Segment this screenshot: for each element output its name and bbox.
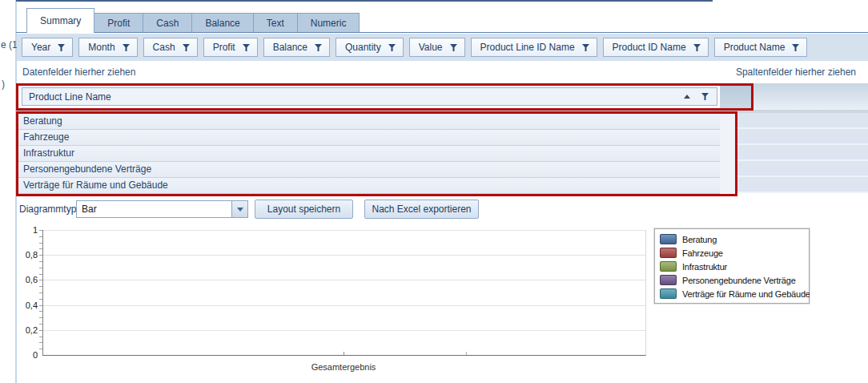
chart-type-select[interactable]: Bar [76, 200, 248, 218]
filter-icon [792, 44, 799, 51]
y-tick-label: 0,6 [6, 275, 38, 284]
data-cell-row [737, 161, 868, 177]
chart-plot-area [42, 230, 646, 356]
pivot-row-infrastruktur[interactable]: Infrastruktur [18, 146, 720, 162]
filter-icon[interactable] [701, 93, 709, 100]
filter-icon [58, 44, 65, 51]
legend-item: Personengebundene Verträge [660, 273, 805, 287]
filter-field-quantity[interactable]: Quantity [336, 38, 404, 57]
filter-field-label: Cash [153, 42, 175, 53]
filter-field-label: Quantity [345, 42, 381, 53]
filter-icon [315, 44, 322, 51]
y-tick-label: 0,8 [6, 250, 38, 260]
filter-field-profit[interactable]: Profit [203, 38, 258, 57]
drop-zone-row: Datenfelder hierher ziehen Spaltenfelder… [17, 61, 868, 83]
tab-cash[interactable]: Cash [143, 13, 192, 33]
pivot-row-beratung[interactable]: Beratung [18, 114, 720, 130]
legend-swatch-personengebundene-vertraege [660, 275, 677, 285]
filter-field-balance[interactable]: Balance [263, 38, 330, 57]
gridline [43, 280, 645, 280]
filter-fields-area: Year Month Cash Profit Balance Quantity … [17, 34, 868, 61]
filter-field-label: Profit [213, 42, 235, 53]
export-excel-button[interactable]: Nach Excel exportieren [364, 200, 479, 219]
y-tick-label: 0,4 [6, 300, 38, 310]
gridline [43, 230, 645, 231]
column-header-band [753, 83, 868, 110]
data-cells-area [737, 113, 868, 193]
dropdown-button[interactable] [231, 201, 247, 217]
chevron-down-icon [237, 208, 243, 212]
tab-profit[interactable]: Profit [94, 13, 143, 33]
filter-icon [388, 44, 396, 51]
filter-field-product-line-id-name[interactable]: Product Line ID Name [471, 38, 597, 57]
filter-field-label: Month [88, 42, 115, 53]
pivot-chart-screen: e (1 ) Summary Profit Cash Balance Text … [0, 0, 868, 383]
y-tick-label: 0,2 [6, 325, 38, 335]
x-axis-category-label: Gesamtergebnis [263, 362, 424, 372]
pivot-row-vertraege-raeume-gebaeude[interactable]: Verträge für Räume und Gebäude [18, 178, 720, 194]
tab-summary[interactable]: Summary [26, 8, 94, 33]
data-cell-row [737, 129, 868, 145]
x-axis-tick [344, 352, 344, 355]
sort-ascending-icon[interactable] [684, 95, 690, 99]
legend-swatch-beratung [660, 234, 677, 244]
legend-item: Beratung [660, 232, 805, 246]
data-cell-row [737, 145, 868, 161]
legend-item: Infrastruktur [660, 260, 805, 273]
filter-field-value[interactable]: Value [409, 38, 465, 57]
legend-item: Verträge für Räume und Gebäude [660, 287, 805, 300]
filter-field-label: Balance [273, 42, 307, 53]
filter-field-year[interactable]: Year [22, 38, 73, 57]
filter-icon [450, 44, 457, 51]
edge-partial-text-bottom: ) [2, 79, 5, 90]
filter-icon [123, 44, 130, 51]
filter-field-product-id-name[interactable]: Product ID Name [603, 38, 709, 57]
row-field-label: Product Line Name [22, 91, 684, 103]
filter-icon [582, 44, 589, 51]
pivot-row-headers: Beratung Fahrzeuge Infrastruktur Persone… [18, 114, 720, 194]
gridline [43, 330, 645, 331]
filter-field-label: Product Name [724, 42, 786, 53]
filter-field-product-name[interactable]: Product Name [714, 38, 808, 57]
filter-field-label: Product ID Name [613, 42, 686, 53]
legend-swatch-fahrzeuge [660, 248, 677, 258]
chart-type-label: Diagrammtyp [19, 204, 76, 215]
row-header-gap-column [720, 114, 735, 194]
row-field-product-line-name[interactable]: Product Line Name [22, 87, 717, 106]
filter-icon [693, 44, 701, 51]
filter-icon [183, 44, 190, 51]
legend-label: Infrastruktur [682, 262, 727, 272]
filter-icon [243, 44, 250, 51]
chart-legend: Beratung Fahrzeuge Infrastruktur Persone… [654, 228, 810, 304]
top-border-line [16, 0, 713, 2]
tab-underline [16, 32, 868, 33]
legend-label: Fahrzeuge [682, 248, 723, 258]
tab-bar: Summary Profit Cash Balance Text Numeric [26, 8, 359, 33]
column-fields-drop-zone[interactable]: Spaltenfelder hierher ziehen [736, 67, 856, 78]
filter-field-label: Product Line ID Name [480, 42, 575, 53]
filter-field-label: Value [419, 42, 443, 53]
data-fields-drop-zone[interactable]: Datenfelder hierher ziehen [22, 67, 135, 78]
y-tick-label: 0 [6, 350, 38, 360]
legend-label: Verträge für Räume und Gebäude [682, 289, 810, 299]
gridline [43, 305, 645, 306]
save-layout-button[interactable]: Layout speichern [255, 200, 353, 219]
legend-label: Beratung [682, 235, 717, 244]
pivot-row-personengebundene-vertraege[interactable]: Personengebundene Verträge [18, 162, 720, 178]
legend-swatch-infrastruktur [660, 261, 677, 272]
filter-field-month[interactable]: Month [78, 38, 137, 57]
header-corner-cell [720, 86, 751, 108]
pivot-row-fahrzeuge[interactable]: Fahrzeuge [18, 130, 720, 146]
x-axis-tick [466, 352, 467, 355]
legend-swatch-vertraege-raeume-gebaeude [660, 288, 677, 299]
data-cell-row [737, 177, 868, 193]
gridline [43, 255, 645, 256]
tab-numeric[interactable]: Numeric [297, 13, 360, 33]
legend-label: Personengebundene Verträge [682, 276, 796, 285]
tab-text[interactable]: Text [253, 13, 298, 33]
filter-field-cash[interactable]: Cash [143, 38, 198, 57]
tab-balance[interactable]: Balance [191, 13, 253, 33]
y-tick-label: 1 [6, 225, 38, 235]
data-cell-row [737, 113, 868, 129]
legend-item: Fahrzeuge [660, 246, 805, 260]
